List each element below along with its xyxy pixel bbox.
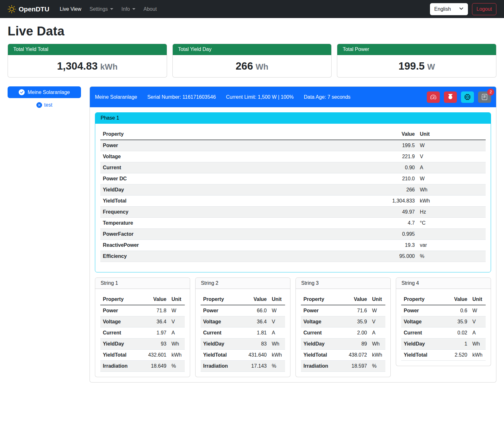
unit-cell: V [370, 316, 385, 327]
unit-cell: Hz [417, 207, 486, 218]
property-cell: Frequency [100, 207, 364, 218]
brand[interactable]: OpenDTU [8, 5, 49, 13]
table-row: YieldTotal432.601kWh [100, 350, 185, 361]
phase-body: Property Value Unit Power199.5WVoltage22… [95, 124, 491, 272]
table-row: Current0.90A [100, 162, 486, 173]
language-select[interactable]: English [430, 3, 468, 15]
table-header-row: Property Value Unit [301, 294, 385, 305]
value-cell: 89 [343, 339, 370, 350]
unit-cell: A [417, 162, 486, 173]
string-card: String 1 Property Value Unit [95, 277, 190, 377]
column-header-property: Property [100, 129, 364, 140]
inverter-tab-label: Meine Solaranlage [28, 90, 70, 95]
table-row: Frequency49.97Hz [100, 207, 486, 218]
table-row: Voltage35.9V [401, 316, 486, 327]
unit-cell: W [370, 305, 385, 316]
table-row: YieldDay266Wh [100, 184, 486, 196]
event-log-button[interactable]: 2 [478, 91, 491, 103]
cpu-icon [464, 94, 470, 100]
unit-cell: A [169, 327, 185, 339]
table-row: Voltage221.9V [100, 151, 486, 162]
power-button[interactable] [444, 91, 457, 103]
column-header-value: Value [343, 294, 370, 305]
table-row: Power DC210.0W [100, 173, 486, 184]
table-row: Power71.8W [100, 305, 185, 316]
inverter-tab-test[interactable]: test [8, 102, 81, 108]
inverter-tab-label: test [44, 102, 53, 108]
firmware-info-button[interactable] [461, 91, 474, 103]
table-row: Current0.02A [401, 327, 486, 339]
property-cell: YieldTotal [100, 350, 142, 361]
value-cell: 71.6 [343, 305, 370, 316]
table-row: Irradiation18.649% [100, 361, 185, 372]
unit-cell: Wh [417, 184, 486, 196]
property-cell: ReactivePower [100, 240, 364, 251]
property-cell: YieldTotal [100, 196, 364, 207]
summary-card-value: 199.5W [337, 55, 496, 77]
limit-settings-button[interactable] [427, 91, 440, 103]
logout-button[interactable]: Logout [472, 3, 496, 15]
table-row: YieldDay89Wh [301, 339, 385, 350]
column-header-unit: Unit [370, 294, 385, 305]
inverter-tab-selected[interactable]: Meine Solaranlage [8, 86, 81, 98]
string-card: String 4 Property Value Unit [396, 277, 491, 366]
inverter-body: Phase 1 Property Value Unit Power199.5WV… [90, 107, 496, 382]
value-cell: 18.649 [142, 361, 169, 372]
nav-link-live-view[interactable]: Live View [56, 4, 85, 15]
inverter-card: Meine Solaranlage Serial Number: 1161716… [90, 86, 496, 383]
value-cell: 18.597 [343, 361, 370, 372]
unit-cell: kWh [169, 350, 185, 361]
nav-link-settings[interactable]: Settings [85, 4, 117, 15]
inverter-header: Meine Solaranlage Serial Number: 1161716… [90, 87, 496, 107]
navbar: OpenDTU Live View Settings Info About En… [0, 0, 504, 18]
summary-card-value: 1,304.83kWh [8, 55, 167, 77]
table-row: Power71.6W [301, 305, 385, 316]
summary-value-unit: kWh [100, 62, 118, 72]
chevron-down-icon [459, 6, 464, 12]
column-header-property: Property [301, 294, 343, 305]
unit-cell: Wh [169, 339, 185, 350]
unit-cell: var [417, 240, 486, 251]
unit-cell: V [169, 316, 185, 327]
unit-cell: kWh [417, 196, 486, 207]
property-cell: Power DC [100, 173, 364, 184]
inverter-actions: 2 [427, 91, 491, 103]
unit-cell: % [269, 361, 285, 372]
property-cell: Efficiency [100, 251, 364, 262]
table-row: YieldTotal2.520kWh [401, 350, 486, 361]
value-cell: 66.0 [243, 305, 269, 316]
phase-title: Phase 1 [95, 113, 491, 124]
property-cell: Current [401, 327, 443, 339]
table-row: PowerFactor0.995 [100, 229, 486, 240]
property-cell: Voltage [100, 151, 364, 162]
property-cell: Voltage [301, 316, 343, 327]
table-row: Power66.0W [201, 305, 285, 316]
event-count-badge: 2 [487, 89, 494, 96]
nav-link-info[interactable]: Info [117, 4, 140, 15]
unit-cell: % [370, 361, 385, 372]
value-cell: 1 [443, 339, 470, 350]
property-cell: Irradiation [301, 361, 343, 372]
value-cell: 2.00 [343, 327, 370, 339]
column-header-value: Value [142, 294, 169, 305]
string-body: Property Value Unit Power66.0WVoltage36.… [196, 289, 290, 372]
property-cell: Current [301, 327, 343, 339]
property-cell: YieldTotal [201, 350, 243, 361]
page-title: Live Data [8, 24, 496, 38]
unit-cell: W [470, 305, 486, 316]
unit-cell: % [169, 361, 185, 372]
unit-cell: Wh [370, 339, 385, 350]
property-cell: YieldTotal [401, 350, 443, 361]
nav-link-about[interactable]: About [140, 4, 161, 15]
table-row: ReactivePower19.3var [100, 240, 486, 251]
unit-cell: °C [417, 218, 486, 229]
main-container: Live Data Total Yield Total 1,304.83kWh … [0, 24, 504, 388]
inverter-sidebar: Meine Solaranlage test [8, 86, 81, 108]
string-table: Property Value Unit Power66.0WVoltage36.… [201, 294, 285, 372]
value-cell: 35.9 [443, 316, 470, 327]
column-header-value: Value [364, 129, 417, 140]
value-cell: 432.601 [142, 350, 169, 361]
unit-cell: kWh [370, 350, 385, 361]
summary-value-unit: W [427, 62, 435, 72]
unit-cell: % [417, 251, 486, 262]
